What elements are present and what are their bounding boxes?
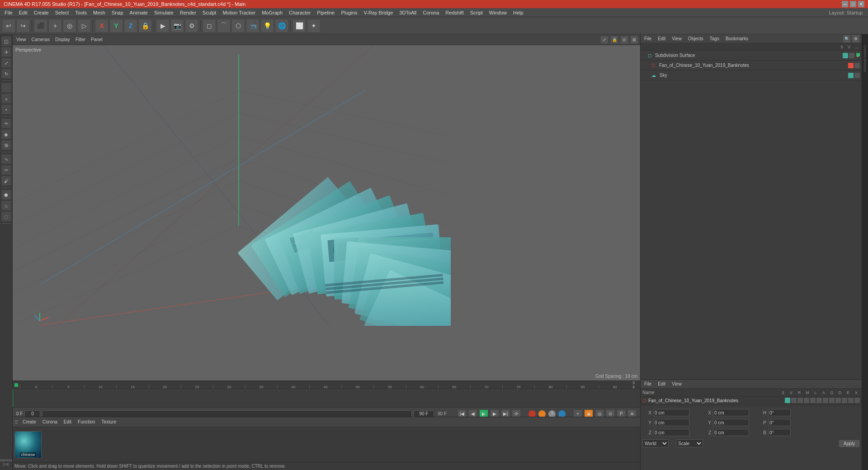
vp-solo-button[interactable]: ⊙: [620, 36, 628, 44]
scene-button[interactable]: 🌐: [275, 19, 288, 33]
menu-render[interactable]: Render: [177, 9, 199, 16]
menu-script[interactable]: Script: [467, 9, 486, 16]
mat-edit-menu[interactable]: Edit: [62, 419, 73, 425]
vp-cameras-menu[interactable]: Cameras: [30, 37, 52, 42]
attr-file-menu[interactable]: File: [642, 381, 653, 387]
menu-character[interactable]: Character: [286, 9, 313, 16]
menu-snap[interactable]: Snap: [109, 9, 126, 16]
lock-button[interactable]: 🔒: [138, 19, 152, 33]
attr-y-rot[interactable]: [713, 419, 749, 426]
menu-help[interactable]: Help: [510, 9, 526, 16]
minimize-button[interactable]: —: [842, 1, 848, 7]
render-view-button[interactable]: ▶: [156, 19, 170, 33]
rotate-tool-button[interactable]: ↻: [1, 69, 11, 79]
move-tool-button[interactable]: ✛: [1, 47, 11, 57]
obj-search-button[interactable]: 🔍: [843, 35, 851, 43]
render-region-button[interactable]: 📷: [170, 19, 184, 33]
timeline-content[interactable]: [13, 389, 640, 407]
camera-button[interactable]: 📹: [246, 19, 259, 33]
object-mode-button[interactable]: ⬛: [34, 19, 47, 33]
vp-display-menu[interactable]: Display: [53, 37, 72, 42]
vp-view-menu[interactable]: View: [14, 37, 28, 42]
select-mode-button[interactable]: ◫: [1, 36, 11, 46]
paint-tool-button[interactable]: ✏: [1, 118, 11, 128]
attr-edit-menu[interactable]: Edit: [656, 381, 667, 387]
menu-mesh[interactable]: Mesh: [90, 9, 108, 16]
menu-tools[interactable]: Tools: [72, 9, 90, 16]
mat-corona-menu[interactable]: Corona: [41, 419, 59, 425]
mirror-tool-button[interactable]: ⊞: [1, 140, 11, 150]
mat-function-menu[interactable]: Function: [76, 419, 97, 425]
menu-animate[interactable]: Animate: [127, 9, 151, 16]
menu-pipeline[interactable]: Pipeline: [314, 9, 337, 16]
smooth-tool-button[interactable]: ◌: [1, 212, 11, 221]
menu-redshift[interactable]: Redshift: [443, 9, 466, 16]
fx-button[interactable]: ✦: [307, 19, 321, 33]
attr-y-pos[interactable]: [653, 419, 689, 426]
x-axis-button[interactable]: X: [95, 19, 108, 33]
attr-x-rot[interactable]: [713, 409, 749, 416]
y-axis-button[interactable]: Y: [109, 19, 123, 33]
obj-row-subdivision[interactable]: ◻ Subdivision Surface ✓: [641, 51, 862, 61]
obj-file-menu[interactable]: File: [642, 36, 653, 42]
redo-button[interactable]: ↪: [16, 19, 30, 33]
render-settings-button[interactable]: ⚙: [185, 19, 198, 33]
playhead[interactable]: [13, 389, 13, 407]
obj-tags-menu[interactable]: Tags: [708, 36, 721, 42]
menu-vray[interactable]: V-Ray Bridge: [361, 9, 396, 16]
vp-lock-button[interactable]: 🔒: [610, 36, 618, 44]
vp-panel-menu[interactable]: Panel: [89, 37, 104, 42]
attr-x-pos[interactable]: [653, 409, 689, 416]
menu-motion-tracker[interactable]: Motion Tracker: [220, 9, 258, 16]
nurbs-button[interactable]: ⌒: [217, 19, 231, 33]
scale-select[interactable]: Scale: [676, 439, 703, 447]
obj-bookmarks-menu[interactable]: Bookmarks: [724, 36, 750, 42]
attr-b-val[interactable]: [768, 429, 791, 436]
menu-plugins[interactable]: Plugins: [338, 9, 360, 16]
menu-file[interactable]: File: [2, 9, 15, 16]
attr-z-pos[interactable]: [653, 429, 689, 436]
model-mode-button[interactable]: ◎: [63, 19, 76, 33]
attr-p-val[interactable]: [768, 419, 791, 426]
z-axis-button[interactable]: Z: [124, 19, 137, 33]
iron-tool-button[interactable]: ♨: [1, 201, 11, 211]
obj-objects-menu[interactable]: Objects: [686, 36, 705, 42]
spline-tool-button[interactable]: ∿: [1, 154, 11, 164]
menu-sculpt[interactable]: Sculpt: [200, 9, 219, 16]
viewport-3d[interactable]: Perspective Grid Spacing : 10 cm: [13, 45, 640, 381]
menu-create[interactable]: Create: [31, 9, 52, 16]
restore-button[interactable]: □: [850, 1, 856, 7]
attr-z-rot[interactable]: [713, 429, 749, 436]
soft-sel-button[interactable]: ⬟: [1, 190, 11, 200]
primitive-button[interactable]: ◻: [203, 19, 216, 33]
brush-tool-button[interactable]: 🖌: [1, 176, 11, 186]
close-button[interactable]: ✕: [858, 1, 864, 7]
apply-button[interactable]: Apply: [839, 440, 860, 447]
mat-texture-menu[interactable]: Texture: [99, 419, 118, 425]
mat-create-menu[interactable]: Create: [21, 419, 38, 425]
magnet-tool-button[interactable]: ◉: [1, 129, 11, 139]
menu-edit[interactable]: Edit: [16, 9, 30, 16]
menu-simulate[interactable]: Simulate: [151, 9, 176, 16]
scene-setup-button[interactable]: ⬜: [292, 19, 306, 33]
obj-edit-menu[interactable]: Edit: [656, 36, 667, 42]
undo-button[interactable]: ↩: [2, 19, 15, 33]
menu-mograph[interactable]: MoGraph: [259, 9, 285, 16]
vp-layout-button[interactable]: ⊞: [630, 36, 638, 44]
knife-tool-button[interactable]: ✂: [1, 165, 11, 175]
obj-filter-button[interactable]: ⚙: [852, 35, 860, 43]
obj-row-sky[interactable]: ☁ Sky: [641, 70, 862, 80]
menu-select[interactable]: Select: [52, 9, 72, 16]
obj-view-menu[interactable]: View: [670, 36, 684, 42]
polygon-mode-button[interactable]: ▪: [1, 104, 11, 114]
deformer-button[interactable]: ⬡: [231, 19, 245, 33]
menu-3dtoall[interactable]: 3DToAll: [396, 9, 419, 16]
menu-corona[interactable]: Corona: [420, 9, 442, 16]
vp-filter-menu[interactable]: Filter: [74, 37, 87, 42]
add-button[interactable]: +: [48, 19, 62, 33]
coord-system-select[interactable]: World Object Camera: [642, 439, 669, 447]
obj-row-banknotes[interactable]: ⬡ Fan_of_Chinese_10_Yuan_2019_Banknotes: [641, 61, 862, 70]
light-button[interactable]: 💡: [260, 19, 274, 33]
attr-h-val[interactable]: [768, 409, 791, 416]
menu-window[interactable]: Window: [486, 9, 509, 16]
